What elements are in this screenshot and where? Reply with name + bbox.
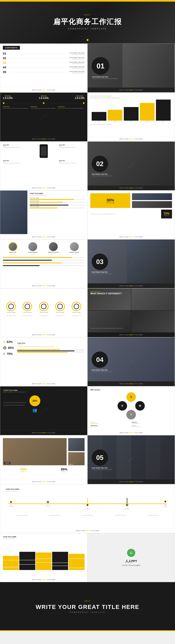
eq-bar (36, 552, 52, 558)
photo-cell (88, 310, 131, 332)
footer-text: WRITE YOUR GREAT TITLE HERE (32, 334, 55, 336)
photo-sm-1 (68, 438, 85, 451)
bar (108, 110, 122, 121)
pct-value: 20% (32, 400, 37, 402)
node-dot (86, 504, 89, 506)
timeline-node: 3 Lorem ipsum (85, 498, 90, 510)
footer-text: WRITE YOUR GREAT TITLE HERE (119, 285, 143, 286)
circle-label: YOUR TEXT LABEL (39, 312, 48, 313)
section-number: 01 (97, 62, 104, 70)
bar (124, 107, 138, 121)
pct-val: 89% (61, 468, 67, 471)
pct-desc: Lorem ipsum dolor sit amet consectetur a… (90, 214, 159, 214)
icon-title: Great Title (59, 160, 85, 162)
slide-footer-3: WRITE YOUR GREAT TITLE HERE (0, 136, 87, 141)
avatar (28, 242, 37, 251)
item-sub: Brief description text here (69, 58, 85, 60)
item-number: 02 (3, 56, 7, 60)
gears-row: ⚙ 63% ⚙ 85% ⚙ 75% YOUR TITLE (3, 340, 85, 356)
icon-title: Great Title (3, 144, 29, 146)
eq-bar (69, 568, 85, 570)
section-topic: Insert Header Topic Here (92, 271, 112, 273)
item-text: Insert Header Topic Here Brief descripti… (69, 57, 85, 60)
progress-track (30, 199, 85, 200)
slide-footer-1: WRITE YOUR GREAT TITLE HERE (0, 88, 87, 92)
progress-fill (30, 208, 57, 208)
section-circle: 02 (92, 156, 108, 172)
final-content: 2017 WRITE YOUR GREAT TITLE HERE POWERPO… (36, 600, 139, 613)
photo-sm-2: QUALITY (68, 452, 85, 465)
node-dot (126, 504, 128, 506)
footer-text: WRITE YOUR GREAT TITLE HERE (76, 530, 99, 532)
slide-equalizer: YOUR TITLE HERE Lorem ipsum dolor sit am… (0, 533, 87, 582)
footer-text: WRITE YOUR GREAT TITLE HERE (119, 432, 143, 434)
progress-track (3, 260, 85, 260)
section-number: 05 (96, 454, 103, 461)
metric-value: 1.5-3.5% (75, 97, 85, 100)
slide-row-4: YOUR TITLE HERE Lorem ipsum dolor sit am… (0, 190, 175, 239)
inner-circle (25, 304, 30, 309)
avatars-content: Blake J. Cole Your Title Paula M. Mirand… (0, 240, 87, 272)
avatar (9, 242, 17, 251)
col-text: We have lorem ipsum dolor sit amet conse… (31, 108, 57, 109)
slide-footer-14: WRITE YOUR GREAT TITLE HERE (88, 381, 175, 386)
slide-avatars: Blake J. Cole Your Title Paula M. Mirand… (0, 239, 87, 288)
final-slide: 2017 WRITE YOUR GREAT TITLE HERE POWERPO… (0, 582, 175, 631)
progress-track (17, 349, 85, 350)
node-label: Lorem ipsum (124, 509, 130, 510)
gear-pct: 75% (7, 352, 13, 356)
metric-1: ITEM ONE 1.5-3.5% (3, 95, 13, 100)
item-text: Insert Header Topic Here Brief descripti… (69, 71, 85, 74)
eq-title: YOUR TITLE HERE (3, 536, 85, 538)
icon-desc: Lorem ipsum dolor sit amet consectetur (3, 162, 29, 164)
eq-bar (52, 566, 68, 570)
slide-footer-15: WRITE YOUR GREAT TITLE HERE (0, 430, 87, 435)
cover-top-bar (0, 0, 175, 2)
photo-cell (131, 310, 175, 332)
yellow-underline (59, 146, 62, 146)
circle-label: YOUR TEXT LABEL (56, 312, 64, 313)
swot-center (128, 402, 134, 409)
slide-row-9: TARGET QUALITY 75% Monthly Cost (0, 435, 175, 484)
col-title: YOUR TITLE (58, 106, 85, 107)
progress-fill (17, 350, 75, 351)
section-circle: 05 (92, 450, 108, 466)
slide-footer-17: WRITE YOUR GREAT TITLE HERE (0, 479, 87, 484)
inner-circle (57, 304, 63, 309)
node-num: 3 (87, 508, 88, 509)
gear-icon: ⚙ (3, 352, 6, 356)
node-label: Lorem ipsum (164, 505, 167, 507)
swot-label-title: Strengths (90, 422, 131, 423)
swot-label-o: Opportunities Lorem ipsum dolor (90, 425, 131, 427)
swot-label-title: Weakness (132, 422, 172, 423)
photo-small-col: QUALITY (68, 438, 85, 465)
section-text: Insert Header Topic Here The five laws o… (92, 174, 112, 176)
swot-t: T (126, 410, 136, 420)
progress-track (30, 202, 85, 203)
brand-name: 人人PPT (125, 559, 137, 563)
slide-footer-16: WRITE YOUR GREAT TITLE HERE (88, 430, 175, 435)
footer-text: WRITE YOUR GREAT TITLE HERE (32, 432, 55, 434)
dark-people-content: YOUR TITLE HERE WHAT MAKES US DIFFERENTL… (0, 386, 87, 418)
node-num: 1 (11, 504, 11, 506)
item-title: Insert Header Topic Here (69, 62, 85, 63)
footer-text: WRITE YOUR GREAT TITLE HERE (32, 383, 55, 384)
person-name: Paula M. Miranda (28, 252, 37, 253)
split-layout: YOUR TITLE HERE Lorem ipsum dolor sit am… (0, 190, 87, 234)
slide-timeline-dark: ITEM ONE 1.5-3.5% ITEM TWO 1.5-3.5% ITEM… (0, 92, 87, 142)
slide-footer-10: WRITE YOUR GREAT TITLE HERE (88, 283, 175, 288)
eq-sub: Lorem ipsum dolor sit amet (3, 538, 85, 539)
footer-text: WRITE YOUR GREAT TITLE HERE (119, 89, 143, 91)
slide-photo-progress: YOUR TITLE HERE Lorem ipsum dolor sit am… (0, 190, 87, 239)
phone-mock (40, 144, 48, 158)
slide-section-04: 04 Insert Header Topic Here The five law… (87, 337, 175, 386)
slide-footer-4: WRITE YOUR GREAT TITLE HERE (88, 136, 175, 141)
swot-diagram: S W T O (117, 392, 145, 420)
divider-line (9, 72, 68, 72)
eq-bar (36, 562, 52, 570)
metric-label: ITEM ONE (3, 95, 13, 97)
progress-track (30, 208, 85, 208)
section-number: 02 (96, 161, 103, 167)
different-desc: Lorem ipsum dolor sit amet consectetur a… (90, 328, 172, 329)
pcts-row: 75% Monthly Cost 89% Monthly Cost (3, 468, 85, 472)
